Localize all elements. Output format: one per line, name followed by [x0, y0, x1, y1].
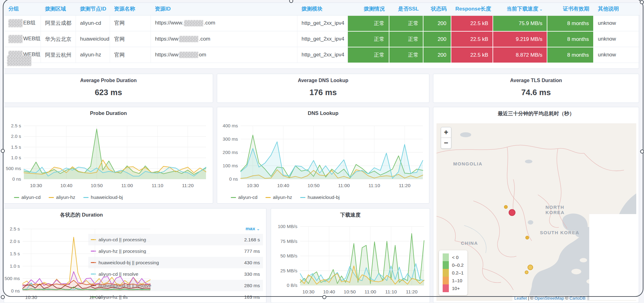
legend-swatch [443, 277, 449, 284]
legend-label: aliyun-hz [273, 195, 292, 200]
legend-item-huaweicloud-bj[interactable]: huaweicloud-bj [83, 195, 123, 200]
redacted-text [184, 20, 203, 26]
column-header-note[interactable]: 其他说明 [594, 3, 639, 15]
stat-title: Average Probe Duration [4, 74, 213, 83]
column-header-status_code[interactable]: 状态码 [423, 3, 451, 15]
probe-duration-chart-panel: Probe Duration 0 ns500 ms1.0 s1.5 s2.0 s… [4, 107, 213, 204]
legend-label: huaweicloud-bj [91, 195, 123, 200]
legend-label: aliyun-cd [238, 195, 257, 200]
probe_duration-chart[interactable]: 0 ns500 ms1.0 s1.5 s2.0 s2.5 s10:3010:40… [4, 107, 213, 203]
stat-value: 623 ms [4, 83, 213, 97]
column-header-response_length[interactable]: Response长度 [451, 3, 493, 15]
zoom-out-button[interactable]: − [441, 138, 451, 148]
legend-swatch [443, 284, 449, 292]
column-header-region[interactable]: 拨测区域 [41, 3, 76, 15]
column-header-node_id[interactable]: 拨测节点ID [76, 3, 110, 15]
stat-title: Average DNS Lookup [217, 74, 429, 83]
column-header-resource_name[interactable]: 资源名称 [110, 3, 151, 15]
legend-item-aliyun-hz[interactable]: aliyun-hz [49, 195, 75, 200]
panel-title[interactable]: 最近三十分钟的平均总耗时（秒） [433, 110, 639, 117]
legend-label: aliyun-cd [21, 195, 41, 200]
missing-map-tile [589, 214, 636, 300]
column-header-probe_status[interactable]: 拨测情况 [347, 3, 389, 15]
column-header-resource_id[interactable]: 资源ID [151, 3, 297, 15]
y-axis-tick: 1.0 s [11, 155, 21, 160]
x-axis-tick: 10:30 [25, 295, 37, 300]
attribution-link[interactable]: Leaflet [514, 296, 527, 301]
cell-probe_status: 正常 [347, 15, 389, 31]
y-axis-tick: 1.0 s [10, 263, 20, 269]
column-header-cert_validity[interactable]: 证书有效期 [547, 3, 594, 15]
attribution-text: © [564, 296, 569, 301]
x-axis-tick: 10:50 [91, 183, 103, 188]
cell-resource_name: 官网 [110, 31, 151, 47]
download-speed-chart-panel: 下载速度 0 B/s25 MB/s50 MB/s75 MB/s100 MB/s1… [271, 208, 430, 303]
legend-item-aliyun-cd[interactable]: aliyun-cd [231, 195, 257, 200]
cell-download_speed: 9.219 MB/s [493, 31, 547, 47]
cell-status_code: 200 [423, 47, 451, 63]
x-axis-tick: 10:30 [30, 183, 42, 188]
cell-module: http_get_2xx_ipv4 [297, 47, 347, 63]
y-axis-tick: 100 ms [223, 163, 238, 168]
annotation-handle-bottom-left[interactable] [1, 295, 5, 299]
legend-bin-label: 1–10 [452, 277, 464, 284]
attribution-text: | [527, 296, 530, 301]
cell-cert_validity: 8 months [547, 47, 594, 63]
table-row: EB组阿里云成都aliyun-cd官网https://www..comhttp_… [4, 15, 639, 31]
map-probe-marker[interactable] [504, 205, 508, 209]
y-axis-tick: 25 MB/s [280, 268, 297, 273]
map-place-label: MONGOLIA [453, 161, 483, 166]
annotation-handle-right[interactable] [640, 150, 644, 154]
y-axis-tick: 200 ms [223, 150, 238, 155]
column-header-module[interactable]: 拨测模块 [297, 3, 347, 15]
legend-item-aliyun-hz[interactable]: aliyun-hz [265, 195, 292, 200]
x-axis-tick: 11:00 [338, 183, 350, 188]
stat-value: 74.6 ms [433, 83, 639, 97]
x-axis-tick: 10:40 [277, 183, 289, 188]
legend-item-huaweicloud-bj[interactable]: huaweicloud-bj [300, 195, 340, 200]
status_duration-chart[interactable]: 0 ns500 ms1.0 s1.5 s2.0 s2.5 s10:3011:00 [4, 209, 266, 303]
annotation-handle-left[interactable] [1, 149, 5, 153]
x-axis-tick: 10:50 [344, 289, 356, 294]
cell-cert_validity: 8 months [547, 31, 594, 47]
column-header-ssl_status[interactable]: 是否SSL [389, 3, 423, 15]
legend-label: huaweicloud-bj [308, 195, 340, 200]
x-axis-tick: 11:20 [399, 183, 410, 188]
x-axis-tick: 11:20 [182, 183, 194, 188]
column-header-group[interactable]: 分组 [4, 3, 41, 15]
cell-status_code: 200 [423, 31, 451, 47]
map-probe-marker[interactable] [509, 209, 515, 216]
cell-response_length: 22.5 kB [451, 47, 493, 63]
redaction-blob [7, 55, 31, 66]
probe-status-table: 分组拨测区域拨测节点ID资源名称资源ID拨测模块拨测情况是否SSL状态码Resp… [4, 3, 640, 63]
dns_lookup-chart[interactable]: 0 ns100 ms200 ms300 ms400 ms10:3010:4010… [217, 107, 429, 203]
x-axis-tick: 10:50 [308, 183, 320, 188]
cell-note: unknow [594, 15, 639, 31]
annotation-handle-top-right[interactable] [640, 0, 644, 4]
cell-response_length: 22.5 kB [451, 31, 493, 47]
download_speed-chart[interactable]: 0 B/s25 MB/s50 MB/s75 MB/s100 MB/s10:301… [271, 209, 430, 303]
legend-color-dash-icon [300, 197, 305, 198]
cell-note: unknow [594, 47, 639, 63]
probe-status-table-panel: 分组拨测区域拨测节点ID资源名称资源ID拨测模块拨测情况是否SSL状态码Resp… [4, 2, 639, 69]
legend-item-aliyun-cd[interactable]: aliyun-cd [14, 195, 41, 200]
cell-group: EB组 [4, 15, 41, 31]
attribution-link[interactable]: CartoDB [569, 296, 585, 301]
map-probe-marker[interactable] [525, 270, 528, 274]
leaflet-map[interactable]: MONGOLIACHINANORTH KOREASOUTH KOREA + − … [436, 123, 636, 301]
y-axis-tick: 100 MB/s [278, 224, 297, 229]
map-zoom-control: + − [441, 127, 451, 149]
y-axis-tick: 2.0 s [11, 134, 21, 139]
y-axis-tick: 400 ms [223, 123, 238, 128]
column-header-download_speed[interactable]: 当前下载速度 ⌄ [493, 3, 547, 15]
annotation-handle-bottom[interactable] [322, 295, 326, 299]
map-probe-marker[interactable] [528, 265, 533, 270]
y-axis-tick: 500 ms [5, 276, 20, 281]
attribution-link[interactable]: OpenStreetMap [534, 296, 564, 301]
zoom-in-button[interactable]: + [441, 127, 451, 138]
map-probe-marker[interactable] [525, 236, 529, 239]
stat-panel-dns-lookup: Average DNS Lookup 176 ms [217, 74, 429, 103]
cell-response_length: 22.5 kB [451, 15, 493, 31]
x-axis-tick: 10:30 [302, 289, 314, 294]
cell-node_id: aliyun-hz [76, 47, 110, 63]
